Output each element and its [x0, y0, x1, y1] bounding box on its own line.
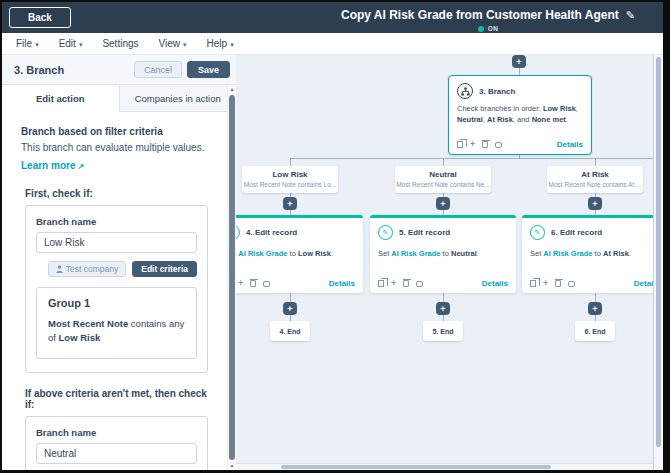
cancel-button[interactable]: Cancel: [134, 61, 182, 78]
status-on-dot-icon: [478, 26, 484, 32]
branch-label-subtitle: Most Recent Note contains Ne...: [395, 181, 491, 188]
learn-more-link[interactable]: Learn more↗: [21, 160, 84, 171]
add-action-button[interactable]: +: [436, 197, 450, 210]
property-link[interactable]: AI Risk Grade: [543, 249, 592, 258]
move-plus-icon[interactable]: +: [391, 280, 396, 287]
canvas-horizontal-scrollbar[interactable]: [236, 463, 653, 470]
details-link[interactable]: Details: [482, 279, 508, 288]
external-link-icon: ↗: [77, 162, 84, 171]
edit-title-pencil-icon[interactable]: ✎: [626, 9, 635, 21]
branch-node-title: 3. Branch: [479, 87, 515, 96]
scroll-down-icon[interactable]: ▼: [228, 463, 236, 469]
menu-edit[interactable]: Edit ▾: [59, 38, 83, 49]
branch-node-description: Check branches in order: Low Risk, Neutr…: [449, 99, 591, 126]
branch-label-subtitle: Most Recent Note contains Lo...: [242, 181, 338, 188]
comment-icon[interactable]: [495, 142, 502, 148]
clone-icon[interactable]: [378, 280, 384, 287]
connector-line: [290, 293, 291, 302]
comment-icon[interactable]: [416, 281, 423, 287]
menu-file[interactable]: File ▾: [16, 38, 39, 49]
person-icon: [56, 265, 63, 273]
chevron-down-icon: ▾: [230, 41, 234, 49]
end-node-6: 6. End: [575, 321, 615, 341]
menu-view[interactable]: View ▾: [159, 38, 187, 49]
panel-scrollbar-thumb[interactable]: [229, 95, 235, 460]
group-card: Group 1 Most Recent Note contains any of…: [36, 287, 197, 359]
panel-scrollbar[interactable]: ▲ ▼: [227, 85, 236, 470]
details-link[interactable]: Details: [329, 279, 355, 288]
test-company-label: Test company: [66, 264, 118, 274]
action-title: 4. Edit record: [246, 228, 297, 237]
status-on-label: ON: [488, 25, 499, 32]
group-criteria-text: Most Recent Note contains any of Low Ris…: [48, 317, 185, 346]
add-action-button[interactable]: +: [283, 197, 297, 210]
test-company-button[interactable]: Test company: [48, 261, 126, 277]
tab-companies-in-action[interactable]: Companies in action: [120, 85, 237, 112]
add-action-button[interactable]: +: [512, 55, 526, 68]
details-link[interactable]: Details: [557, 140, 583, 149]
clone-icon[interactable]: [457, 141, 463, 148]
chevron-down-icon: ▾: [79, 41, 83, 49]
workflow-title-block: Copy AI Risk Grade from Customer Health …: [322, 5, 654, 32]
action-title: 6. Edit record: [551, 228, 602, 237]
canvas-horizontal-scrollbar-thumb[interactable]: [281, 465, 551, 469]
add-action-button[interactable]: +: [588, 197, 602, 210]
edit-record-card-6[interactable]: ✎ 6. Edit record Set AI Risk Grade to At…: [522, 215, 663, 293]
back-button[interactable]: Back: [9, 7, 71, 28]
action-description: Set AI Risk Grade to Neutral.: [370, 240, 516, 258]
move-plus-icon[interactable]: +: [238, 280, 243, 287]
panel-body: Branch based on filter criteria This bra…: [2, 112, 236, 470]
top-header-bar: Back Copy AI Risk Grade from Customer He…: [2, 2, 663, 33]
edit-record-card-5[interactable]: ✎ 5. Edit record Set AI Risk Grade to Ne…: [370, 215, 516, 293]
connector-line: [443, 293, 444, 302]
add-action-button[interactable]: +: [436, 302, 450, 315]
branch-node-card[interactable]: 3. Branch Check branches in order: Low R…: [448, 75, 592, 155]
second-check-prompt: If above criteria aren't met, then check…: [25, 388, 208, 410]
move-plus-icon[interactable]: +: [543, 280, 548, 287]
add-action-button[interactable]: +: [283, 302, 297, 315]
menu-file-label: File: [16, 38, 32, 49]
connector-line: [443, 158, 444, 166]
edit-criteria-button[interactable]: Edit criteria: [132, 261, 197, 277]
connector-line: [290, 158, 291, 166]
branch-label-title: Neutral: [395, 170, 491, 179]
tab-edit-action[interactable]: Edit action: [2, 85, 120, 112]
clone-icon[interactable]: [530, 280, 536, 287]
connector-line: [595, 158, 596, 166]
save-button[interactable]: Save: [187, 61, 230, 78]
workflow-canvas[interactable]: + 3. Branch Check branches in order: Low…: [236, 55, 663, 470]
branch-label-low-risk[interactable]: Low Risk Most Recent Note contains Lo...: [242, 166, 338, 193]
branch-label-neutral[interactable]: Neutral Most Recent Note contains Ne...: [395, 166, 491, 193]
delete-icon[interactable]: [482, 141, 488, 148]
branch-name-input[interactable]: [36, 232, 197, 253]
branch-name-input[interactable]: [36, 443, 197, 464]
first-check-prompt: First, check if:: [25, 188, 208, 199]
move-plus-icon[interactable]: +: [470, 141, 475, 148]
property-link[interactable]: AI Risk Grade: [238, 249, 287, 258]
edit-action-panel: 3. Branch Cancel Save Edit action Compan…: [2, 55, 236, 470]
edit-record-card-4[interactable]: ✎ 4. Edit record Set AI Risk Grade to Lo…: [236, 215, 363, 293]
delete-icon[interactable]: [555, 280, 561, 287]
property-link[interactable]: AI Risk Grade: [391, 249, 440, 258]
panel-tabs: Edit action Companies in action: [2, 85, 236, 112]
branch-criteria-card: Branch name Test company Edit criteria G…: [25, 205, 208, 373]
delete-icon[interactable]: [403, 280, 409, 287]
menu-help[interactable]: Help ▾: [207, 38, 234, 49]
delete-icon[interactable]: [250, 280, 256, 287]
end-label: 5. End: [432, 328, 453, 335]
connector-line: [595, 293, 596, 302]
add-action-button[interactable]: +: [588, 302, 602, 315]
scroll-up-icon[interactable]: ▲: [228, 86, 236, 92]
branch-criteria-card: Branch name Test company Edit criteria G…: [25, 416, 208, 470]
branch-label-at-risk[interactable]: At Risk Most Recent Note contains At ...: [547, 166, 643, 193]
menu-settings[interactable]: Settings: [102, 38, 138, 49]
branch-label-title: Low Risk: [242, 170, 338, 179]
canvas-vertical-scrollbar[interactable]: [653, 55, 663, 470]
branch-node-footer: + Details: [457, 140, 583, 149]
comment-icon[interactable]: [263, 281, 270, 287]
edit-record-icon: ✎: [530, 225, 545, 240]
comment-icon[interactable]: [568, 281, 575, 287]
menu-edit-label: Edit: [59, 38, 76, 49]
branch-icon: [457, 83, 473, 99]
canvas-vertical-scrollbar-thumb[interactable]: [656, 57, 661, 447]
